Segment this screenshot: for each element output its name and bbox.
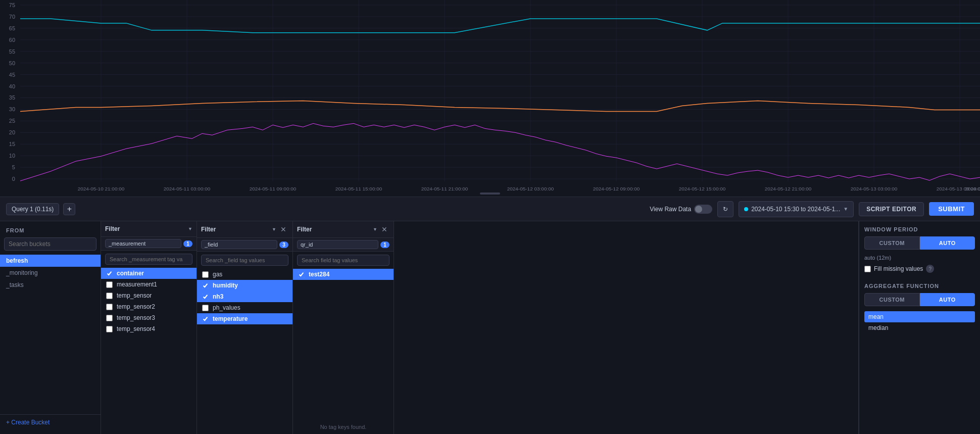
aggregate-function-title: AGGREGATE FUNCTION: [864, 283, 975, 289]
window-period-custom-button[interactable]: CUSTOM: [864, 236, 920, 250]
filter-checkbox-temp-sensor2[interactable]: [106, 304, 113, 310]
bucket-list: befresh _monitoring _tasks: [0, 255, 101, 414]
filter-item-test284[interactable]: test284: [293, 269, 394, 280]
bucket-item-befresh[interactable]: befresh: [0, 255, 101, 267]
window-period-auto-label: auto (12m): [864, 255, 975, 261]
svg-text:40: 40: [9, 83, 15, 89]
window-period-auto-button[interactable]: AUTO: [920, 236, 975, 250]
filter-header-qrid: Filter ▼ ✕: [293, 221, 394, 238]
query-bar: Query 1 (0.11s) + View Raw Data ↻ 2024-0…: [0, 197, 980, 221]
query-tab[interactable]: Query 1 (0.11s): [6, 203, 59, 215]
filter-panel-qrid: Filter ▼ ✕ qr_id 1 test284 No tag keys f…: [293, 221, 394, 434]
svg-text:75: 75: [9, 2, 15, 8]
measurement-field-select[interactable]: _measurement: [105, 239, 181, 248]
empty-area: [394, 221, 859, 434]
fill-missing-info-icon[interactable]: ?: [926, 265, 934, 273]
filter-item-label-temp-sensor: temp_sensor: [117, 292, 152, 299]
aggregate-custom-button[interactable]: CUSTOM: [864, 293, 920, 306]
refresh-button[interactable]: ↻: [717, 201, 733, 217]
filter-item-label-measurement1: measurement1: [117, 281, 157, 288]
svg-text:50: 50: [9, 60, 15, 66]
filter-qrid-arrow: ▼: [373, 227, 377, 232]
filter-item-temp-sensor[interactable]: temp_sensor: [101, 290, 197, 301]
filter-item-label-temp-sensor3: temp_sensor3: [117, 314, 155, 321]
filter-item-label-ph-values: ph_values: [213, 304, 240, 311]
filter-panel-field: Filter ▼ ✕ _field 3 gas humidity nh3: [197, 221, 293, 434]
search-buckets-input[interactable]: [4, 237, 96, 251]
field-select[interactable]: _field: [201, 240, 277, 249]
field-filter-list: gas humidity nh3 ph_values temperature: [197, 269, 292, 434]
chart-resize-handle[interactable]: [0, 190, 980, 197]
filter-item-nh3[interactable]: nh3: [197, 291, 292, 302]
filter-item-temp-sensor3[interactable]: temp_sensor3: [101, 312, 197, 323]
filter-checkbox-gas[interactable]: [202, 271, 209, 278]
script-editor-button[interactable]: SCRIPT EDITOR: [859, 202, 924, 216]
add-query-icon: +: [67, 205, 72, 214]
svg-text:55: 55: [9, 49, 15, 55]
filter-item-measurement1[interactable]: measurement1: [101, 279, 197, 290]
filter-item-container[interactable]: container: [101, 268, 197, 279]
date-range-button[interactable]: 2024-05-10 15:30 to 2024-05-1... ▼: [739, 201, 854, 217]
right-panel: WINDOW PERIOD CUSTOM AUTO auto (12m) Fil…: [859, 221, 980, 434]
bucket-item-tasks[interactable]: _tasks: [0, 279, 101, 291]
query-tab-label: Query 1 (0.11s): [12, 206, 54, 213]
filter-checkbox-nh3[interactable]: [202, 294, 209, 300]
from-panel: FROM befresh _monitoring _tasks + Create…: [0, 221, 101, 434]
window-period-title: WINDOW PERIOD: [864, 226, 975, 232]
filter-item-label-gas: gas: [213, 271, 222, 278]
aggregate-auto-button[interactable]: AUTO: [920, 293, 975, 306]
svg-text:70: 70: [9, 14, 15, 20]
svg-text:25: 25: [9, 118, 15, 124]
filter-checkbox-temp-sensor4[interactable]: [106, 326, 113, 332]
builder-area: FROM befresh _monitoring _tasks + Create…: [0, 221, 980, 434]
filter-checkbox-container[interactable]: [106, 270, 113, 277]
field-search-input[interactable]: [201, 255, 288, 266]
fill-missing-row: Fill missing values ?: [864, 265, 975, 273]
svg-text:30: 30: [9, 106, 15, 112]
filter-item-temperature[interactable]: temperature: [197, 313, 292, 324]
filter-item-temp-sensor4[interactable]: temp_sensor4: [101, 323, 197, 334]
aggregate-toggle-group: CUSTOM AUTO: [864, 293, 975, 306]
filter-header-measurement: Filter ▼: [101, 221, 197, 237]
date-dot-icon: [744, 207, 748, 211]
filter-field-close-button[interactable]: ✕: [278, 225, 288, 233]
filter-checkbox-measurement1[interactable]: [106, 281, 113, 288]
qrid-search-input[interactable]: [297, 255, 389, 266]
submit-button[interactable]: SUBMIT: [929, 202, 974, 216]
filter-label-qrid: Filter: [297, 226, 371, 233]
svg-text:5: 5: [12, 164, 15, 170]
from-panel-header: FROM: [0, 225, 101, 237]
filter-item-ph-values[interactable]: ph_values: [197, 302, 292, 313]
view-raw-data-toggle[interactable]: View Raw Data: [650, 205, 712, 214]
add-query-button[interactable]: +: [63, 203, 75, 215]
qrid-select[interactable]: qr_id: [297, 240, 378, 249]
query-bar-right: View Raw Data ↻ 2024-05-10 15:30 to 2024…: [650, 201, 974, 217]
filter-checkbox-temp-sensor3[interactable]: [106, 315, 113, 321]
measurement-search-input[interactable]: [105, 254, 192, 265]
svg-text:10: 10: [9, 153, 15, 159]
filter-checkbox-temperature[interactable]: [202, 316, 209, 322]
agg-item-mean[interactable]: mean: [864, 311, 975, 322]
fill-missing-checkbox[interactable]: [864, 266, 871, 272]
date-range-chevron-icon: ▼: [843, 206, 848, 212]
view-raw-data-label: View Raw Data: [650, 206, 691, 213]
filter-qrid-close-button[interactable]: ✕: [379, 225, 389, 233]
filter-item-temp-sensor2[interactable]: temp_sensor2: [101, 301, 197, 312]
filter-item-label-nh3: nh3: [213, 293, 223, 300]
filter-checkbox-ph-values[interactable]: [202, 305, 209, 311]
fill-missing-label: Fill missing values: [874, 265, 923, 272]
filter-checkbox-humidity[interactable]: [202, 282, 209, 289]
create-bucket-button[interactable]: + Create Bucket: [0, 414, 101, 430]
bucket-item-monitoring[interactable]: _monitoring: [0, 267, 101, 279]
filter-checkbox-test284[interactable]: [298, 271, 305, 278]
filter-field-arrow: ▼: [272, 227, 276, 232]
filter-item-label-temperature: temperature: [213, 315, 248, 322]
raw-data-toggle-switch[interactable]: [694, 205, 712, 214]
chart-area: 75 70 65 60 55 50 45 40 35 30 25 20 15 1…: [0, 0, 980, 197]
filter-checkbox-temp-sensor[interactable]: [106, 293, 113, 299]
filter-dropdown-arrow: ▼: [188, 226, 192, 231]
agg-item-median[interactable]: median: [864, 322, 975, 333]
qrid-empty-area: [293, 345, 394, 420]
filter-item-gas[interactable]: gas: [197, 269, 292, 280]
filter-item-humidity[interactable]: humidity: [197, 280, 292, 291]
